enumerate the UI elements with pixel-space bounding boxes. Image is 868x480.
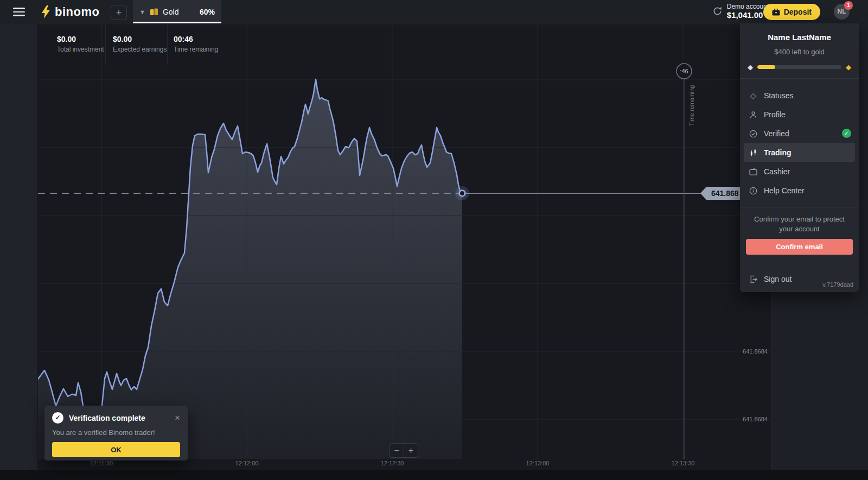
divider: [740, 262, 859, 262]
toast-title: Verification complete: [69, 414, 169, 422]
toast-ok-button[interactable]: OK: [52, 442, 180, 457]
status-progress: ◆ ◆: [748, 63, 851, 71]
confirm-email-button[interactable]: Confirm email: [746, 239, 853, 255]
x-axis-label: 12:12:00: [235, 460, 259, 466]
menu-item-verified[interactable]: Verified ✓: [740, 124, 859, 143]
active-tab-underline: [133, 22, 221, 23]
check-circle-icon: [749, 129, 758, 138]
divider: [740, 78, 859, 79]
candlestick-icon: [749, 148, 758, 157]
confirm-email-text: Confirm your email to protect your accou…: [740, 214, 859, 233]
x-axis-label: 12:13:00: [526, 460, 550, 466]
deposit-button[interactable]: Deposit: [763, 4, 820, 20]
info-icon: [749, 186, 758, 195]
chevron-down-icon[interactable]: ▼: [139, 9, 145, 15]
app-version: v.7179daad: [822, 281, 853, 288]
x-axis-label: 12:11:30: [90, 460, 113, 466]
zoom-in-button[interactable]: +: [404, 443, 418, 458]
stat-total-investment: $0.00Total investment: [57, 35, 104, 53]
asset-name: Gold: [163, 8, 179, 16]
xp-progress-fill: [757, 65, 775, 69]
stat-divider: [105, 24, 106, 65]
user-name: Name LastName: [740, 23, 859, 42]
lightning-bolt-icon: [41, 5, 50, 18]
menu-item-help-center[interactable]: Help Center: [740, 181, 859, 200]
refresh-icon[interactable]: [712, 6, 723, 16]
stat-divider: [167, 24, 168, 65]
menu-item-trading[interactable]: Trading: [744, 143, 855, 162]
y-axis-label: 641.8684: [743, 416, 768, 422]
account-balance: $1,041.00: [727, 10, 769, 20]
binomo-logo: binomo: [41, 5, 99, 19]
bottom-bar: [0, 470, 868, 480]
silver-gem-icon: ◆: [748, 63, 753, 71]
check-circle-icon: ✓: [52, 412, 63, 424]
verification-toast: ✓ Verification complete × You are a veri…: [44, 406, 188, 460]
wallet-icon: [749, 167, 758, 176]
add-asset-tab-button[interactable]: +: [111, 5, 127, 20]
briefcase-icon: [772, 9, 780, 16]
x-axis-label: 12:13:30: [672, 460, 695, 466]
person-icon: [749, 110, 758, 119]
left-sidebar: [0, 24, 38, 470]
gem-icon: ◇: [749, 91, 758, 100]
svg-text:Time remaining: Time remaining: [688, 85, 695, 126]
gold-gem-icon: ◆: [846, 63, 851, 71]
toast-body: You are a verified Binomo trader!: [52, 428, 180, 437]
price-chart[interactable]: :46Time remaining: [38, 24, 771, 470]
account-type: Demo account: [727, 3, 769, 10]
sign-out-icon: [749, 274, 758, 283]
gold-bars-icon: [150, 8, 158, 16]
verified-badge-icon: ✓: [842, 129, 851, 138]
stat-time-remaining: 00:46Time remaining: [174, 35, 218, 53]
notification-badge: 1: [844, 1, 853, 10]
menu-item-statuses[interactable]: ◇ Statuses: [740, 86, 859, 105]
hamburger-menu-icon[interactable]: [13, 8, 25, 16]
divider: [740, 207, 859, 207]
trading-app: :46Time remaining 641.8684 641.8684 12:1…: [0, 0, 868, 480]
y-axis-label: 641.8684: [743, 348, 768, 355]
asset-tab-gold[interactable]: ▼ Gold 60%: [133, 0, 221, 23]
chart-zoom-control: − +: [389, 443, 418, 458]
user-menu-panel: Name LastName $400 left to gold ◆ ◆ ◇ St…: [740, 23, 859, 292]
zoom-out-button[interactable]: −: [389, 443, 404, 458]
asset-payout: 60%: [200, 8, 215, 16]
menu-item-cashier[interactable]: Cashier: [740, 162, 859, 181]
stat-expected-earnings: $0.00Expected earnings: [113, 35, 167, 53]
menu-item-profile[interactable]: Profile: [740, 105, 859, 124]
close-icon[interactable]: ×: [175, 413, 180, 424]
progress-track: [757, 65, 841, 69]
x-axis-label: 12:12:30: [381, 460, 404, 466]
header: binomo + ▼ Gold 60% Demo account $1,041.…: [0, 0, 868, 24]
progress-caption: $400 left to gold: [740, 48, 859, 56]
logo-text: binomo: [55, 5, 99, 19]
svg-text::46: :46: [680, 68, 688, 74]
